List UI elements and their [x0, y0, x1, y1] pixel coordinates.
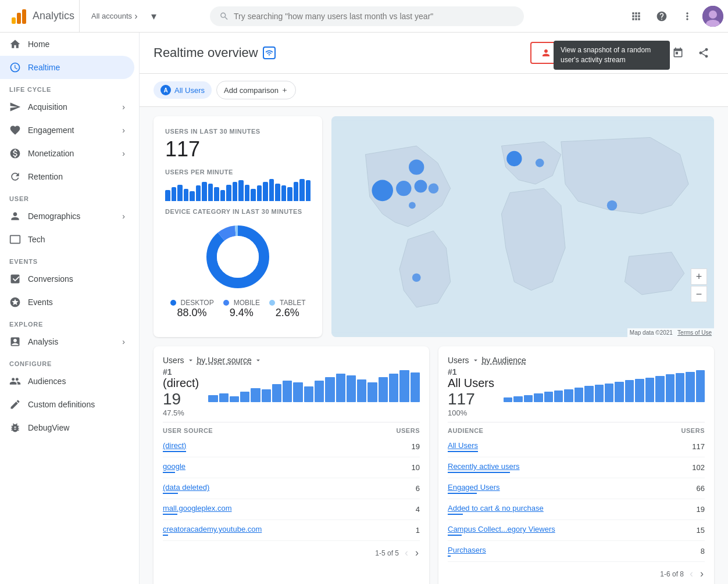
- app-title: Analytics: [33, 10, 74, 22]
- audience-count: 117: [448, 390, 494, 409]
- bar: [238, 180, 244, 201]
- row-name[interactable]: Purchasers: [448, 546, 486, 554]
- spark-bar: [635, 379, 644, 402]
- donut-chart: [203, 222, 273, 292]
- realtime-icon: [9, 62, 21, 73]
- share-icon-button[interactable]: [693, 42, 714, 63]
- svg-point-13: [396, 181, 411, 196]
- bar: [299, 179, 305, 201]
- prev-page-button-aud[interactable]: ‹: [688, 567, 694, 581]
- spark-bar: [367, 382, 377, 402]
- audience-card: Users by Audience #1 All Users 117 100%: [438, 346, 714, 584]
- row-name[interactable]: google: [163, 462, 185, 471]
- mobile-legend: MOBILE 9.4%: [223, 299, 260, 319]
- row-name[interactable]: Engaged Users: [448, 483, 500, 492]
- help-icon-button[interactable]: [651, 6, 672, 27]
- bar: [172, 187, 177, 201]
- map-container[interactable]: + − Map data ©2021 Terms of Use: [331, 116, 714, 337]
- demographics-icon: [9, 210, 21, 222]
- sidebar-item-monetization[interactable]: Monetization ›: [0, 142, 134, 165]
- tech-icon: [9, 234, 21, 245]
- row-bar: [163, 493, 178, 494]
- svg-point-18: [506, 151, 522, 166]
- sidebar-item-retention[interactable]: Retention: [0, 165, 134, 188]
- add-comparison-button[interactable]: Add comparison ＋: [216, 81, 296, 99]
- table-row: (direct) 19: [163, 436, 420, 457]
- user-source-pct: 47.5%: [163, 409, 199, 417]
- row-value: 19: [412, 442, 420, 451]
- home-icon: [9, 38, 21, 50]
- row-name[interactable]: Added to cart & no purchase: [448, 504, 544, 513]
- spark-bar: [251, 388, 260, 402]
- sidebar-item-acquisition[interactable]: Acquisition ›: [0, 95, 134, 119]
- sidebar-item-engagement[interactable]: Engagement ›: [0, 119, 134, 142]
- zoom-in-button[interactable]: +: [691, 268, 707, 285]
- expand-icon: ›: [122, 102, 125, 112]
- bar: [275, 184, 280, 201]
- spark-bar: [513, 396, 522, 402]
- sidebar-item-conversions[interactable]: Conversions: [0, 267, 134, 291]
- tablet-legend: TABLET 2.6%: [269, 299, 305, 319]
- zoom-out-button[interactable]: −: [691, 286, 707, 302]
- row-name[interactable]: All Users: [448, 441, 478, 450]
- row-name[interactable]: (data deleted): [163, 483, 209, 492]
- filter-bar: A All Users Add comparison ＋: [140, 74, 728, 107]
- sidebar-item-tech[interactable]: Tech: [0, 228, 134, 251]
- prev-page-button[interactable]: ‹: [404, 546, 409, 560]
- spark-bar: [524, 395, 533, 402]
- search-bar[interactable]: [210, 6, 524, 26]
- row-value: 117: [692, 442, 705, 451]
- sidebar-item-events-nav[interactable]: Events: [0, 291, 134, 314]
- more-vert-icon-button[interactable]: [677, 6, 698, 27]
- top-header: Analytics All accounts › ▾: [0, 0, 728, 33]
- row-name[interactable]: creatoracademy.youtube.com: [163, 525, 262, 533]
- spark-bar: [574, 388, 583, 402]
- spark-bar: [595, 385, 604, 402]
- mobile-pct: 9.4%: [230, 307, 254, 319]
- content-area: Realtime overview View user snapshot: [140, 33, 728, 584]
- row-name[interactable]: Recently active users: [448, 462, 520, 471]
- table-row: creatoracademy.youtube.com 1: [163, 520, 420, 541]
- snapshot-tooltip: View a snapshot of a random user's activ…: [554, 41, 670, 70]
- spark-bar: [357, 379, 366, 402]
- spark-bar: [625, 380, 634, 402]
- bottom-row: Users by User source #1 (direct) 19 47.5…: [154, 346, 714, 584]
- apps-icon-button[interactable]: [626, 6, 647, 27]
- logo-area: Analytics: [5, 0, 80, 32]
- all-users-chip[interactable]: A All Users: [154, 81, 212, 99]
- row-name[interactable]: (direct): [163, 441, 186, 450]
- spark-bar: [399, 370, 409, 402]
- sidebar-item-debugview[interactable]: DebugView: [0, 416, 134, 439]
- row-name[interactable]: mall.googleplex.com: [163, 504, 232, 513]
- next-page-button-aud[interactable]: ›: [699, 567, 705, 581]
- row-name[interactable]: Campus Collect...egory Viewers: [448, 525, 555, 533]
- spark-bar: [645, 378, 654, 402]
- user-source-count: 19: [163, 390, 199, 409]
- search-input[interactable]: [234, 12, 515, 21]
- calendar-icon: [672, 47, 684, 59]
- bar: [214, 187, 219, 201]
- svg-point-4: [709, 10, 717, 19]
- spark-bar: [544, 392, 553, 402]
- bar: [202, 182, 207, 201]
- dropdown-arrow-icon[interactable]: ▾: [151, 10, 156, 23]
- calendar-icon-button[interactable]: [668, 42, 688, 63]
- bar: [233, 182, 238, 201]
- terms-link[interactable]: Terms of Use: [677, 329, 712, 336]
- sidebar-item-custom-definitions[interactable]: Custom definitions: [0, 393, 134, 416]
- users-count: 117: [165, 137, 311, 162]
- user-source-top: (direct): [163, 377, 199, 390]
- next-page-button[interactable]: ›: [414, 546, 420, 560]
- sidebar-item-analysis[interactable]: Analysis ›: [0, 330, 134, 353]
- account-nav[interactable]: All accounts ›: [84, 11, 144, 22]
- sidebar-item-audiences[interactable]: Audiences: [0, 370, 134, 393]
- sidebar-item-realtime[interactable]: Realtime: [0, 56, 134, 79]
- row-value: 10: [412, 463, 420, 472]
- sidebar-item-home[interactable]: Home: [0, 33, 134, 56]
- sidebar-item-demographics[interactable]: Demographics ›: [0, 205, 134, 228]
- analytics-logo-icon: [9, 7, 28, 26]
- svg-point-14: [415, 180, 427, 193]
- svg-point-11: [409, 159, 424, 174]
- user-avatar[interactable]: [702, 6, 723, 27]
- bar: [196, 185, 201, 201]
